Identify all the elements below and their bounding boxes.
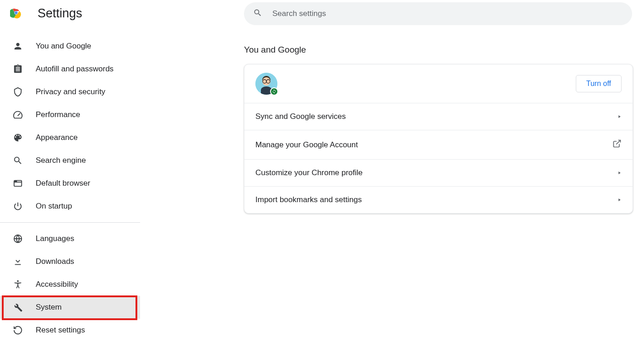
page-title: Settings: [38, 6, 82, 21]
sidebar-item-label: You and Google: [36, 42, 91, 51]
power-icon: [13, 201, 23, 211]
browser-icon: [13, 178, 23, 188]
sidebar-item-downloads[interactable]: Downloads: [0, 250, 140, 273]
row-label: Import bookmarks and settings: [255, 195, 362, 204]
sidebar-divider: [0, 222, 140, 223]
sidebar-item-reset[interactable]: Reset settings: [0, 319, 140, 342]
row-customize-profile[interactable]: Customize your Chrome profile: [244, 160, 633, 187]
chevron-right-icon: [617, 168, 622, 177]
sidebar: You and Google Autofill and passwords Pr…: [0, 35, 140, 342]
svg-point-7: [17, 280, 19, 282]
chrome-logo-icon: [10, 7, 22, 21]
sidebar-item-label: Autofill and passwords: [36, 64, 114, 74]
card-header: Turn off: [244, 64, 633, 103]
row-import-bookmarks[interactable]: Import bookmarks and settings: [244, 187, 633, 213]
svg-rect-5: [15, 181, 17, 182]
sync-badge-icon: [270, 87, 278, 96]
sidebar-item-autofill[interactable]: Autofill and passwords: [0, 58, 140, 80]
sidebar-item-languages[interactable]: Languages: [0, 227, 140, 250]
sidebar-item-accessibility[interactable]: Accessibility: [0, 273, 140, 296]
search-input[interactable]: [272, 9, 623, 18]
sidebar-item-system[interactable]: System: [0, 296, 140, 319]
sidebar-item-label: Accessibility: [36, 280, 78, 289]
download-icon: [13, 257, 23, 267]
row-label: Sync and Google services: [255, 112, 346, 121]
speed-icon: [13, 110, 23, 120]
sidebar-item-label: Appearance: [36, 133, 78, 142]
search-bar[interactable]: [244, 2, 632, 25]
sidebar-item-default-browser[interactable]: Default browser: [0, 172, 140, 195]
chevron-right-icon: [617, 195, 622, 204]
person-icon: [13, 41, 23, 51]
clipboard-icon: [13, 64, 23, 74]
row-manage-account[interactable]: Manage your Google Account: [244, 130, 633, 160]
turn-off-button[interactable]: Turn off: [576, 75, 622, 92]
profile-avatar: [255, 73, 277, 95]
sidebar-item-label: Default browser: [36, 179, 90, 188]
sidebar-item-startup[interactable]: On startup: [0, 195, 140, 218]
you-and-google-card: Turn off Sync and Google services Manage…: [244, 64, 633, 214]
sidebar-item-label: Performance: [36, 110, 80, 119]
sidebar-item-privacy[interactable]: Privacy and security: [0, 80, 140, 103]
palette-icon: [13, 133, 23, 143]
sidebar-item-label: On startup: [36, 202, 72, 211]
sidebar-item-label: Privacy and security: [36, 87, 105, 96]
main-content: You and Google Turn off Sync an: [244, 45, 633, 214]
section-title: You and Google: [244, 45, 633, 55]
sidebar-item-performance[interactable]: Performance: [0, 103, 140, 126]
sidebar-item-label: Languages: [36, 234, 74, 243]
globe-icon: [13, 234, 23, 244]
sidebar-item-appearance[interactable]: Appearance: [0, 126, 140, 149]
row-sync-services[interactable]: Sync and Google services: [244, 103, 633, 130]
chevron-right-icon: [617, 112, 622, 121]
svg-line-13: [616, 140, 620, 145]
search-icon: [253, 8, 262, 19]
sidebar-item-label: System: [36, 303, 62, 312]
sidebar-item-label: Downloads: [36, 257, 74, 266]
sidebar-item-you-and-google[interactable]: You and Google: [0, 35, 140, 58]
search-icon: [13, 155, 23, 166]
wrench-icon: [13, 302, 23, 312]
accessibility-icon: [13, 279, 23, 289]
row-label: Manage your Google Account: [255, 140, 358, 150]
sidebar-item-search-engine[interactable]: Search engine: [0, 149, 140, 172]
row-label: Customize your Chrome profile: [255, 168, 363, 177]
external-link-icon: [612, 139, 622, 150]
shield-icon: [13, 87, 23, 97]
sidebar-item-label: Search engine: [36, 156, 86, 165]
restore-icon: [13, 325, 23, 335]
sidebar-item-label: Reset settings: [36, 326, 85, 335]
